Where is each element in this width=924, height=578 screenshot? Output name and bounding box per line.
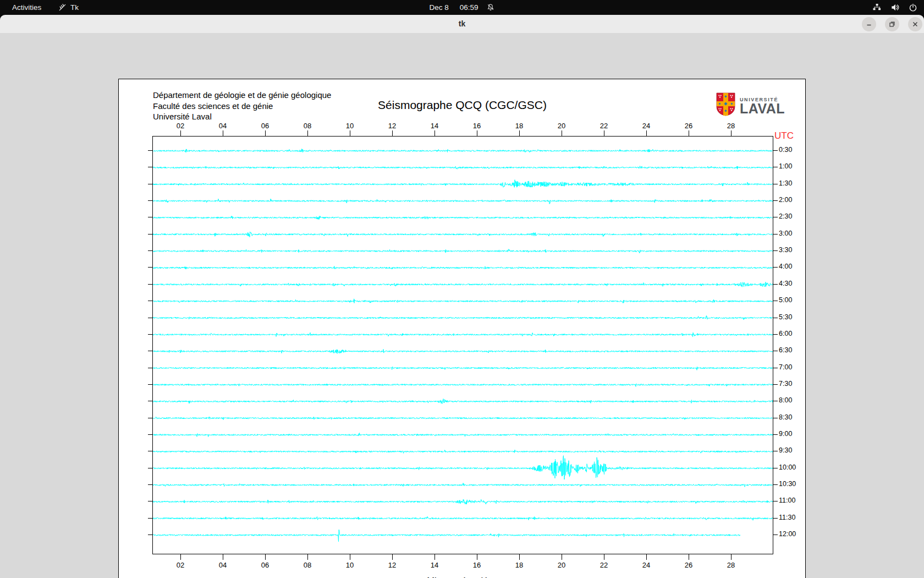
trace-tick-right bbox=[773, 234, 778, 235]
trace-time-label: 11:30 bbox=[779, 514, 795, 521]
x-axis-tick-top bbox=[265, 130, 266, 136]
trace-time-label: 8:30 bbox=[779, 413, 792, 421]
trace-tick-right bbox=[773, 267, 778, 268]
x-axis-tick-bottom bbox=[731, 554, 732, 560]
x-axis-tick-bottom bbox=[265, 554, 266, 560]
x-axis-tick-top bbox=[562, 130, 562, 136]
app-indicator-label: Tk bbox=[70, 3, 79, 12]
notifications-muted-icon bbox=[487, 3, 495, 12]
trace-tick-right bbox=[773, 351, 778, 351]
x-axis-label-bottom: 24 bbox=[635, 561, 657, 569]
trace-time-label: 0:30 bbox=[779, 146, 792, 154]
trace-tick-right bbox=[773, 150, 778, 151]
seismograph-page: Département de géologie et de génie géol… bbox=[118, 79, 806, 578]
app-indicator[interactable]: Tk bbox=[58, 0, 79, 15]
x-axis-tick-top bbox=[604, 130, 604, 136]
x-axis-label-bottom: 08 bbox=[296, 561, 318, 569]
x-axis-label-bottom: 14 bbox=[424, 561, 446, 569]
x-axis-label-bottom: 04 bbox=[212, 561, 234, 569]
network-icon bbox=[872, 3, 882, 12]
trace-tick-left bbox=[148, 535, 152, 535]
trace-tick-left bbox=[148, 184, 152, 184]
trace-tick-left bbox=[148, 484, 152, 485]
minimize-button[interactable] bbox=[862, 17, 876, 31]
trace-tick-right bbox=[773, 250, 778, 251]
trace-tick-right bbox=[773, 434, 778, 435]
x-axis-label-bottom: 20 bbox=[551, 561, 573, 569]
trace-tick-right bbox=[773, 318, 778, 318]
x-axis-label-top: 10 bbox=[339, 122, 361, 130]
trace-tick-right bbox=[773, 368, 778, 368]
utc-label: UTC bbox=[774, 130, 794, 141]
trace-tick-right bbox=[773, 451, 778, 451]
x-axis-label-bottom: 26 bbox=[678, 561, 700, 569]
plot-title: Séismographe QCQ (CGC/GSC) bbox=[152, 99, 772, 112]
x-axis-tick-bottom bbox=[350, 554, 350, 560]
trace-time-label: 5:00 bbox=[779, 296, 792, 304]
trace-time-label: 5:30 bbox=[779, 313, 792, 321]
x-axis-tick-bottom bbox=[604, 554, 604, 560]
maximize-button[interactable] bbox=[885, 17, 899, 31]
x-axis-tick-bottom bbox=[180, 554, 181, 560]
close-button[interactable] bbox=[908, 17, 922, 31]
x-axis-tick-top bbox=[180, 130, 181, 136]
trace-tick-left bbox=[148, 401, 152, 401]
x-axis-tick-top bbox=[307, 130, 308, 136]
x-axis-tick-bottom bbox=[646, 554, 647, 560]
window-content: Département de géologie et de génie géol… bbox=[0, 33, 924, 578]
x-axis-tick-bottom bbox=[689, 554, 689, 560]
x-axis-tick-bottom bbox=[307, 554, 308, 560]
trace-time-label: 1:30 bbox=[779, 179, 792, 187]
x-axis-label-top: 18 bbox=[508, 122, 530, 130]
trace-tick-right bbox=[773, 217, 778, 217]
trace-tick-left bbox=[148, 518, 152, 519]
activities-button[interactable]: Activities bbox=[7, 2, 47, 13]
x-axis-title: Minutes écoulées bbox=[152, 576, 772, 578]
x-axis-label-top: 02 bbox=[169, 122, 191, 130]
trace-time-label: 9:00 bbox=[779, 430, 792, 438]
x-axis-label-bottom: 16 bbox=[466, 561, 488, 569]
x-axis-tick-top bbox=[350, 130, 350, 136]
x-axis-label-bottom: 06 bbox=[254, 561, 276, 569]
x-axis-label-top: 04 bbox=[212, 122, 234, 130]
x-axis-label-bottom: 18 bbox=[508, 561, 530, 569]
trace-time-label: 3:00 bbox=[779, 230, 792, 237]
trace-time-label: 7:00 bbox=[779, 363, 792, 371]
trace-tick-left bbox=[148, 384, 152, 385]
institution-line-3: Université Laval bbox=[153, 111, 331, 122]
x-axis-label-bottom: 12 bbox=[381, 561, 403, 569]
trace-tick-left bbox=[148, 468, 152, 468]
trace-time-label: 4:30 bbox=[779, 280, 792, 287]
trace-tick-right bbox=[773, 518, 778, 519]
tk-feather-icon bbox=[58, 3, 67, 12]
trace-tick-right bbox=[773, 484, 778, 485]
trace-time-label: 7:30 bbox=[779, 380, 792, 388]
trace-time-label: 12:00 bbox=[779, 530, 796, 538]
trace-tick-left bbox=[148, 301, 152, 301]
trace-tick-right bbox=[773, 501, 778, 501]
x-axis-label-top: 28 bbox=[720, 122, 742, 130]
trace-tick-left bbox=[148, 351, 152, 351]
trace-tick-right bbox=[773, 468, 778, 468]
x-axis-tick-bottom bbox=[562, 554, 562, 560]
trace-tick-right bbox=[773, 401, 778, 401]
desktop: Activities Tk Dec 8 06:59 bbox=[0, 0, 924, 578]
window-title: tk bbox=[0, 15, 924, 33]
volume-icon bbox=[890, 3, 900, 12]
trace-time-label: 1:00 bbox=[779, 162, 792, 170]
trace-time-label: 3:30 bbox=[779, 246, 792, 254]
trace-time-label: 11:00 bbox=[779, 497, 795, 504]
x-axis-tick-top bbox=[689, 130, 689, 136]
trace-time-label: 10:00 bbox=[779, 464, 796, 471]
x-axis-label-bottom: 28 bbox=[720, 561, 742, 569]
x-axis-label-top: 06 bbox=[254, 122, 276, 130]
trace-tick-right bbox=[773, 334, 778, 335]
trace-time-label: 6:30 bbox=[779, 346, 792, 354]
x-axis-label-top: 16 bbox=[466, 122, 488, 130]
clock-menu[interactable]: Dec 8 06:59 bbox=[429, 0, 494, 15]
x-axis-label-bottom: 02 bbox=[169, 561, 191, 569]
system-status-menu[interactable] bbox=[872, 0, 917, 15]
trace-time-label: 10:30 bbox=[779, 480, 796, 488]
x-axis-label-bottom: 22 bbox=[593, 561, 615, 569]
window-titlebar[interactable]: tk bbox=[0, 15, 924, 34]
